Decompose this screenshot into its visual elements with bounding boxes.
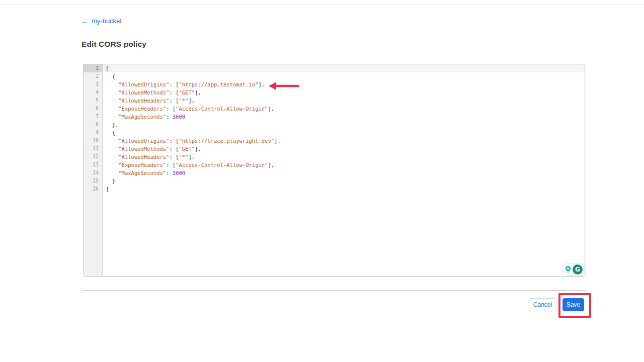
code-token: "GET": [179, 146, 195, 152]
line-number: 1: [84, 64, 102, 72]
code-token: 3000: [173, 170, 185, 176]
code-token: 3000: [173, 114, 185, 120]
line-number: 14: [84, 169, 102, 177]
editor-code[interactable]: [ { "AllowedOrigins": ["https://app.test…: [103, 64, 585, 276]
code-token: ],: [268, 106, 274, 112]
code-token: ],: [268, 162, 274, 168]
line-number: 10: [84, 137, 102, 145]
code-token: "*": [179, 98, 188, 104]
line-number: 15: [84, 177, 102, 185]
line-number: 9: [84, 129, 102, 137]
code-token: "MaxAgeSeconds": [118, 114, 166, 120]
top-bar: [0, 0, 644, 5]
line-number: 3: [84, 80, 102, 88]
line-number: 16: [84, 185, 102, 193]
code-line-11[interactable]: "AllowedMethods": ["GET"],: [103, 145, 585, 153]
code-token: [106, 138, 118, 144]
line-number: 11: [84, 145, 102, 153]
code-token: "AllowedOrigins": [118, 138, 169, 144]
code-line-13[interactable]: "ExposeHeaders": ["Access-Control-Allow-…: [103, 161, 585, 169]
editor-gutter: 12345678910111213141516: [84, 64, 103, 276]
code-token: ],: [258, 81, 265, 87]
code-token: },: [106, 122, 118, 128]
code-token: "AllowedMethods": [118, 146, 169, 152]
code-token: [106, 170, 118, 176]
code-token: "AllowedHeaders": [118, 154, 169, 160]
cancel-button[interactable]: Cancel: [529, 298, 556, 311]
line-number: 13: [84, 161, 102, 169]
code-token: "https://trace.playwright.dev": [179, 138, 274, 144]
code-token: ],: [188, 98, 195, 104]
code-token: ],: [274, 138, 281, 144]
code-token: "MaxAgeSeconds": [118, 170, 166, 176]
code-token: "ExposeHeaders": [118, 162, 166, 168]
code-token: [106, 106, 118, 112]
code-token: "https://app.testomat.io": [179, 81, 258, 87]
line-number: 2: [84, 72, 102, 80]
code-token: :: [166, 170, 173, 176]
code-token: ],: [195, 89, 201, 96]
line-number: 4: [84, 88, 102, 97]
code-token: "AllowedOrigins": [118, 81, 169, 87]
code-token: ]: [106, 186, 109, 192]
code-token: [106, 81, 118, 87]
back-arrow-icon: ←: [82, 18, 89, 25]
editor-inner: 12345678910111213141516 [ { "AllowedOrig…: [84, 64, 585, 276]
code-token: : [: [166, 162, 176, 168]
code-token: "Access-Control-Allow-Origin": [176, 162, 268, 168]
code-token: {: [106, 73, 115, 79]
code-line-9[interactable]: {: [103, 129, 585, 137]
code-token: ],: [195, 146, 201, 152]
code-token: :: [166, 114, 173, 120]
back-link-my-bucket[interactable]: ← my-bucket: [82, 17, 122, 25]
code-token: [106, 162, 118, 168]
code-token: : [: [169, 98, 179, 104]
code-line-10[interactable]: "AllowedOrigins": ["https://trace.playwr…: [103, 137, 585, 145]
code-line-2[interactable]: {: [103, 72, 585, 80]
code-token: [106, 114, 118, 120]
code-token: [106, 146, 118, 152]
code-line-12[interactable]: "AllowedHeaders": ["*"],: [103, 153, 585, 161]
save-button[interactable]: Save: [562, 298, 584, 311]
code-line-6[interactable]: "ExposeHeaders": ["Access-Control-Allow-…: [103, 105, 585, 113]
line-number: 12: [84, 153, 102, 161]
code-token: : [: [169, 81, 179, 87]
code-line-4[interactable]: "AllowedMethods": ["GET"],: [103, 88, 585, 97]
line-number: 8: [84, 121, 102, 129]
code-token: "ExposeHeaders": [118, 106, 166, 112]
code-line-8[interactable]: },: [103, 121, 585, 129]
code-token: [106, 98, 118, 104]
code-token: [106, 89, 118, 96]
page-title: Edit CORS policy: [82, 40, 146, 49]
code-token: "AllowedMethods": [118, 89, 169, 96]
lightbulb-icon[interactable]: [565, 265, 572, 274]
code-token: : [: [169, 89, 179, 96]
code-line-5[interactable]: "AllowedHeaders": ["*"],: [103, 97, 585, 105]
code-line-14[interactable]: "MaxAgeSeconds": 3000: [103, 169, 585, 177]
code-token: : [: [169, 138, 179, 144]
line-number: 5: [84, 97, 102, 105]
line-number: 7: [84, 113, 102, 121]
code-token: : [: [169, 154, 179, 160]
code-token: }: [106, 178, 115, 184]
footer-divider: [82, 290, 586, 291]
cors-policy-editor[interactable]: 12345678910111213141516 [ { "AllowedOrig…: [83, 64, 585, 277]
code-token: [: [106, 65, 109, 71]
line-number: 6: [84, 105, 102, 113]
grammarly-g-icon[interactable]: G: [573, 264, 583, 275]
code-token: "*": [179, 154, 188, 160]
code-token: "AllowedHeaders": [118, 98, 169, 104]
code-token: "GET": [179, 89, 195, 96]
code-line-1[interactable]: [: [103, 64, 585, 72]
code-token: : [: [169, 146, 179, 152]
code-line-16[interactable]: ]: [103, 185, 585, 193]
code-line-3[interactable]: "AllowedOrigins": ["https://app.testomat…: [103, 80, 585, 88]
code-token: : [: [166, 106, 176, 112]
code-token: "Access-Control-Allow-Origin": [176, 106, 268, 112]
code-line-15[interactable]: }: [103, 177, 585, 185]
code-token: [106, 154, 118, 160]
code-token: ],: [188, 154, 195, 160]
back-link-label: my-bucket: [92, 17, 122, 25]
code-line-7[interactable]: "MaxAgeSeconds": 3000: [103, 113, 585, 121]
grammarly-widget[interactable]: G: [562, 263, 585, 276]
